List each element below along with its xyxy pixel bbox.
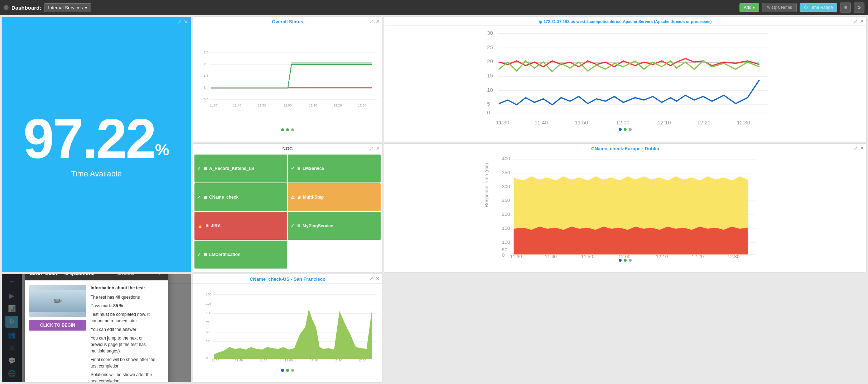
sf-panel: CName_check-US - San Francisco ⤢ ✕ 150 1… <box>193 274 382 383</box>
svg-text:12:10: 12:10 <box>310 359 318 362</box>
svg-text:11:30: 11:30 <box>510 254 522 258</box>
monitor-icon: 🖥 <box>203 166 207 171</box>
noc-panel: NOC ⤢ ✕ ✓ 🖥 A_Record_Kittens_LB ✓ 🖥 LMSe… <box>193 143 382 272</box>
sf-title-area: CName_check-US - San Francisco ⤢ ✕ <box>193 274 382 284</box>
svg-text:11:40: 11:40 <box>535 120 548 125</box>
dublin-title-area: CName_check-Europe - Dublin ⤢ ✕ <box>384 144 866 153</box>
grid-icon-button[interactable]: ⊞ <box>840 3 851 13</box>
dashboard-title: Dashboard: <box>11 5 41 11</box>
svg-text:2.5: 2.5 <box>204 51 208 54</box>
noc-title-area: NOC ⤢ ✕ <box>193 144 382 153</box>
apache-chart-area: 30 25 20 15 10 5 0 <box>384 26 866 127</box>
exam-modal: LMCP Exam - 40 Questions Close ✕ ✏ CLICK… <box>25 274 168 383</box>
dropdown-label: Internal Services <box>48 5 83 10</box>
sla-percent: % <box>155 141 169 159</box>
svg-text:12:20: 12:20 <box>333 104 342 107</box>
modal-left: ✏ CLICK TO BEGIN <box>29 285 86 383</box>
info-item-4: You can edit the answer <box>91 326 159 333</box>
svg-marker-58 <box>514 227 748 255</box>
svg-text:Response Time (ms): Response Time (ms) <box>484 163 489 207</box>
noc-item-myping: ✓ 🖥 MyPingService <box>288 212 381 240</box>
svg-text:25: 25 <box>206 340 209 343</box>
sf-panel-icons: ⤢ ✕ <box>369 276 380 281</box>
monitor-icon: 🖥 <box>296 224 300 228</box>
svg-text:100: 100 <box>206 311 211 315</box>
svg-text:1: 1 <box>204 86 206 89</box>
add-button[interactable]: Add ▾ <box>739 3 759 12</box>
noc-item-a-record: ✓ 🖥 A_Record_Kittens_LB <box>194 155 287 182</box>
expand-icon[interactable]: ⤢ <box>177 19 182 25</box>
time-range-button[interactable]: ⏱ Time Range <box>800 3 837 12</box>
modal-header: LMCP Exam - 40 Questions Close ✕ <box>25 274 168 280</box>
chevron-down-icon: ▾ <box>85 5 87 10</box>
svg-text:11:50: 11:50 <box>258 104 266 107</box>
info-item-7: Solutions will be shown after the test c… <box>91 371 159 383</box>
dot-blue <box>619 259 622 262</box>
svg-text:30: 30 <box>487 30 493 36</box>
collapse-icon[interactable]: ✕ <box>376 18 380 24</box>
sf-chart-area: 150 125 100 75 50 25 0 11:30 11:40 <box>193 284 382 368</box>
ops-notes-label: Ops Notes <box>772 5 792 10</box>
settings-icon-button[interactable]: ⚙ <box>854 3 864 13</box>
svg-text:0.5: 0.5 <box>204 98 208 101</box>
svg-text:11:50: 11:50 <box>581 254 593 258</box>
panel-icons: ⤢ ✕ <box>369 18 380 24</box>
overall-status-svg: 2.5 2 1.5 1 0.5 11:30 <box>204 27 379 128</box>
close-icon[interactable]: ✕ <box>376 145 380 151</box>
svg-text:12:00: 12:00 <box>618 254 631 258</box>
expand-icon[interactable]: ⤢ <box>853 145 858 151</box>
noc-item-multistep: ⚠ 🖥 Multi-Step <box>288 183 381 211</box>
svg-text:50: 50 <box>206 330 209 334</box>
internal-services-dropdown[interactable]: Internal Services ▾ <box>44 3 91 12</box>
svg-text:11:30: 11:30 <box>209 104 217 107</box>
apache-panel: ip-172-31-37-162.us-west-2.compute.inter… <box>384 16 867 142</box>
svg-text:400: 400 <box>502 156 510 161</box>
noc-label: JIRA <box>211 223 221 228</box>
noc-label: Multi-Step <box>303 195 324 200</box>
warning-icon: ⚠ <box>291 195 295 200</box>
overall-status-title: Overall Status <box>272 19 303 24</box>
svg-text:350: 350 <box>502 170 510 175</box>
modal-close-button[interactable]: Close <box>117 274 134 277</box>
expand-icon[interactable]: ⤢ <box>369 276 373 281</box>
close-icon[interactable]: ✕ <box>860 18 864 24</box>
expand-icon[interactable]: ⤢ <box>369 145 373 151</box>
noc-label: MyPingService <box>303 223 333 228</box>
svg-text:100: 100 <box>502 240 510 245</box>
exam-image: ✏ <box>29 285 86 317</box>
check-icon: ✓ <box>291 166 294 171</box>
noc-item-jira: 🔥 🖥 JIRA <box>194 212 287 240</box>
svg-text:0: 0 <box>487 110 490 115</box>
sf-svg: 150 125 100 75 50 25 0 11:30 11:40 <box>206 284 379 368</box>
svg-text:12:10: 12:10 <box>309 104 317 107</box>
dot-blue <box>619 128 622 131</box>
header: Dashboard: Internal Services ▾ Add ▾ ✎ O… <box>0 0 868 15</box>
click-to-begin-button[interactable]: CLICK TO BEGIN <box>29 320 86 331</box>
close-icon[interactable]: ✕ <box>376 276 380 281</box>
expand-icon[interactable]: ⤢ <box>369 18 373 24</box>
close-x-icon[interactable]: ✕ <box>159 274 163 276</box>
info-item-2: Pass mark: 85 % <box>91 303 159 309</box>
svg-text:300: 300 <box>502 184 510 189</box>
svg-text:12:20: 12:20 <box>697 120 710 125</box>
noc-title: NOC <box>283 146 293 151</box>
info-item-3: Test must be completed now. It cannot be… <box>91 311 159 324</box>
apache-panel-icons: ⤢ ✕ <box>853 18 864 24</box>
add-label: Add <box>744 5 751 10</box>
svg-text:0: 0 <box>502 252 505 258</box>
svg-text:250: 250 <box>502 198 510 203</box>
monitor-icon: 🖥 <box>203 195 207 199</box>
svg-text:15: 15 <box>487 73 493 79</box>
modal-title: LMCP Exam - 40 Questions <box>30 274 95 276</box>
close-icon[interactable]: ✕ <box>860 145 864 151</box>
check-icon: ✓ <box>197 252 201 257</box>
ops-notes-button[interactable]: ✎ Ops Notes <box>762 3 797 12</box>
close-icon[interactable]: ✕ <box>184 19 188 25</box>
dot-green <box>286 369 289 372</box>
svg-text:10: 10 <box>487 87 493 93</box>
expand-icon[interactable]: ⤢ <box>853 18 858 24</box>
monitor-icon: 🖥 <box>296 166 300 171</box>
noc-item-cname: ✓ 🖥 CName_check <box>194 183 287 211</box>
check-icon: ✓ <box>291 223 294 228</box>
svg-text:125: 125 <box>206 302 211 305</box>
